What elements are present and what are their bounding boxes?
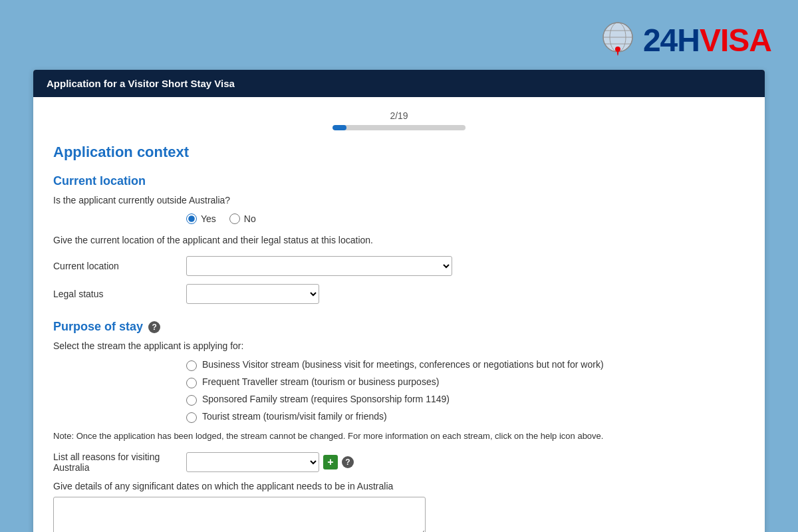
progress-bar-container (332, 125, 466, 130)
card-title: Application for a Visitor Short Stay Vis… (47, 78, 235, 89)
current-location-row: Current location (53, 256, 745, 276)
no-option[interactable]: No (229, 213, 256, 224)
application-context-title: Application context (53, 144, 745, 161)
stream-frequent-traveller-label: Frequent Traveller stream (tourism or bu… (202, 376, 439, 387)
sig-dates-textarea[interactable] (53, 497, 426, 532)
progress-bar-fill (332, 125, 346, 130)
logo-text: 24HVISA (643, 22, 771, 59)
outside-australia-question: Is the applicant currently outside Austr… (53, 195, 745, 205)
header: 24HVISA (13, 13, 785, 70)
yes-option[interactable]: Yes (186, 213, 216, 224)
legal-status-select[interactable] (186, 284, 319, 304)
stream-tourist-label: Tourist stream (tourism/visit family or … (202, 411, 387, 422)
legal-status-label: Legal status (53, 289, 186, 299)
stream-sponsored-family[interactable]: Sponsored Family stream (requires Sponso… (186, 394, 745, 406)
current-location-label: Current location (53, 261, 186, 271)
reasons-help-icon[interactable]: ? (342, 456, 354, 468)
stream-sponsored-family-radio[interactable] (186, 395, 197, 406)
stream-question: Select the stream the applicant is apply… (53, 340, 745, 351)
stream-note: Note: Once the application has been lodg… (53, 431, 745, 441)
stream-business-visitor-label: Business Visitor stream (business visit … (202, 359, 604, 370)
progress-section: 2/19 (53, 110, 745, 130)
stream-frequent-traveller[interactable]: Frequent Traveller stream (tourism or bu… (186, 376, 745, 388)
yes-radio[interactable] (186, 213, 197, 224)
help-icon[interactable]: ? (148, 321, 160, 333)
purpose-title-row: Purpose of stay ? (53, 320, 745, 334)
current-location-select[interactable] (186, 256, 452, 276)
yes-label: Yes (201, 213, 216, 224)
stream-tourist-radio[interactable] (186, 412, 197, 423)
no-label: No (244, 213, 256, 224)
current-location-info: Give the current location of the applica… (53, 235, 745, 245)
no-radio[interactable] (229, 213, 240, 224)
legal-status-row: Legal status (53, 284, 745, 304)
stream-business-visitor-radio[interactable] (186, 360, 197, 371)
reasons-controls: + ? (186, 452, 354, 472)
reasons-row: List all reasons for visiting Australia … (53, 452, 745, 473)
purpose-of-stay-title: Purpose of stay (53, 320, 143, 334)
current-location-title: Current location (53, 174, 745, 188)
logo-globe-icon (598, 20, 638, 60)
sig-dates-label: Give details of any significant dates on… (53, 481, 745, 491)
stream-sponsored-family-label: Sponsored Family stream (requires Sponso… (202, 394, 450, 404)
stream-options: Business Visitor stream (business visit … (186, 359, 745, 423)
svg-point-6 (615, 47, 620, 52)
stream-tourist[interactable]: Tourist stream (tourism/visit family or … (186, 411, 745, 423)
card-header: Application for a Visitor Short Stay Vis… (33, 70, 765, 97)
outside-australia-radio-group: Yes No (186, 213, 745, 224)
stream-business-visitor[interactable]: Business Visitor stream (business visit … (186, 359, 745, 371)
add-reason-button[interactable]: + (323, 455, 338, 469)
progress-label: 2/19 (390, 110, 408, 121)
stream-frequent-traveller-radio[interactable] (186, 378, 197, 388)
card-body: 2/19 Application context Current locatio… (33, 97, 765, 532)
logo: 24HVISA (598, 20, 771, 60)
main-card: Application for a Visitor Short Stay Vis… (33, 70, 765, 532)
reasons-label: List all reasons for visiting Australia (53, 452, 186, 473)
reasons-select[interactable] (186, 452, 319, 472)
